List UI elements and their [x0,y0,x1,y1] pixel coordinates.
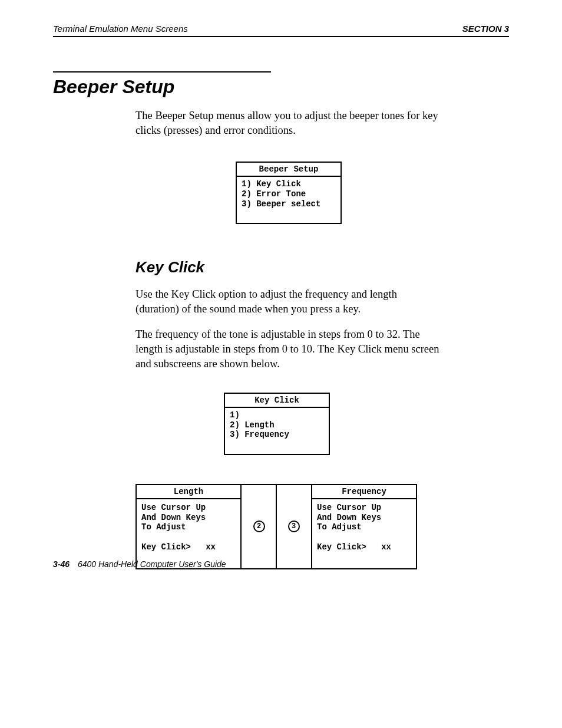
screen-title: Frequency [312,485,416,499]
menu-item: 1) [230,410,240,420]
intro-paragraph: The Beeper Setup menus allow you to adju… [135,108,442,138]
frequency-screen: Frequency Use Cursor Up And Down Keys To… [311,484,417,569]
key-click-screen: Key Click 1) 2) Length 3) Frequency [224,393,330,455]
page-number: 3-46 [53,559,70,569]
line: Key Click> xx [141,542,216,552]
beeper-diagram: Beeper Setup 1) Key Click 2) Error Tone … [135,162,442,224]
footer-title: 6400 Hand-Held Computer User's Guide [78,559,226,569]
connector-divider [276,485,277,568]
screen-title: Key Click [225,394,329,408]
badge-number: 3 [292,522,296,531]
menu-item: 2) Length [230,420,275,430]
kc-paragraph-2: The frequency of the tone is adjustable … [135,327,442,371]
menu-item: 1) Key Click [242,179,301,189]
kc-paragraph-1: Use the Key Click option to adjust the f… [135,287,442,317]
screen-body: 1) Key Click 2) Error Tone 3) Beeper sel… [237,177,340,223]
line: And Down Keys [317,513,381,522]
screen-body: Use Cursor Up And Down Keys To Adjust Ke… [137,499,240,565]
line: And Down Keys [141,513,206,522]
line: Key Click> xx [317,542,391,552]
page-footer: 3-46 6400 Hand-Held Computer User's Guid… [53,559,226,569]
screen-title: Beeper Setup [237,163,340,177]
length-screen: Length Use Cursor Up And Down Keys To Ad… [135,484,242,569]
beeper-setup-screen: Beeper Setup 1) Key Click 2) Error Tone … [236,162,342,224]
screen-body: Use Cursor Up And Down Keys To Adjust Ke… [312,499,416,565]
connector-strip: 2 3 [242,484,311,569]
line: Use Cursor Up [317,503,381,512]
line: Use Cursor Up [141,503,206,512]
menu-item: 3) Beeper select [242,199,320,209]
connector-badge-3: 3 [288,521,300,532]
line: To Adjust [317,522,362,532]
header-right: SECTION 3 [462,24,509,34]
menu-item: 2) Error Tone [242,189,306,199]
subhead: Key Click [135,258,442,276]
header-left: Terminal Emulation Menu Screens [53,24,188,34]
body-column: The Beeper Setup menus allow you to adju… [135,108,442,371]
menu-item: 3) Frequency [230,430,289,439]
line: To Adjust [141,522,186,532]
key-click-diagram: Key Click 1) 2) Length 3) Frequency Leng… [53,393,509,569]
badge-number: 2 [257,522,261,531]
running-header: Terminal Emulation Menu Screens SECTION … [53,24,509,37]
screen-title: Length [137,485,240,499]
section-title: Beeper Setup [53,76,509,98]
connector-badge-2: 2 [253,521,265,532]
screen-body: 1) 2) Length 3) Frequency [225,408,329,454]
title-rule [53,71,271,73]
